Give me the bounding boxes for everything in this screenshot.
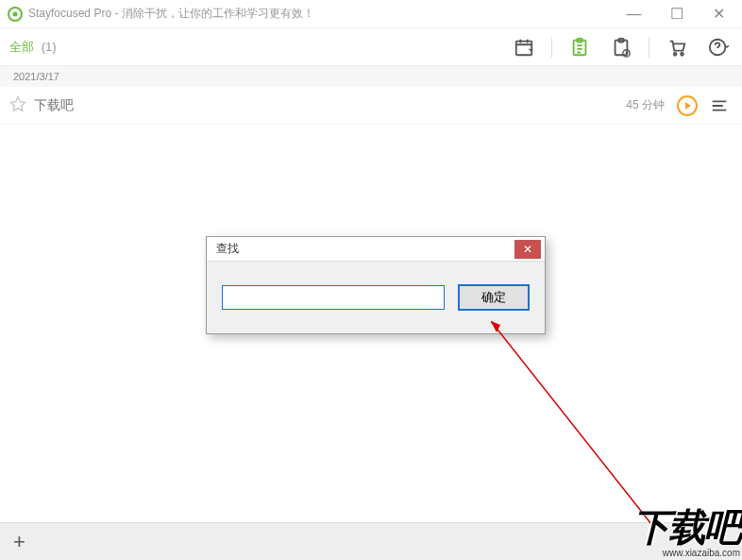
svg-line-12 <box>491 321 651 524</box>
minimize-button[interactable]: — <box>613 0 655 28</box>
maximize-button[interactable]: ☐ <box>655 0 698 28</box>
window-title: Stayfocused Pro - 消除干扰，让你的工作和学习更有效！ <box>28 6 314 22</box>
filter-all[interactable]: 全部 (1) <box>9 39 57 56</box>
filter-label: 全部 <box>9 40 34 54</box>
svg-point-9 <box>681 52 683 55</box>
play-button[interactable] <box>674 93 700 119</box>
clipboard-icon[interactable] <box>565 33 594 61</box>
history-icon[interactable] <box>607 33 635 61</box>
more-options-icon[interactable] <box>706 93 733 119</box>
ok-button[interactable]: 确定 <box>458 284 530 311</box>
dialog-title: 查找 <box>216 241 239 257</box>
toolbar-divider <box>649 37 649 58</box>
date-header: 2021/3/17 <box>13 71 59 82</box>
star-icon[interactable] <box>9 95 26 116</box>
calendar-icon[interactable] <box>510 33 538 61</box>
task-duration: 45 分钟 <box>626 97 665 113</box>
find-dialog: 查找 ✕ 确定 <box>206 236 546 334</box>
help-icon[interactable] <box>704 33 733 61</box>
task-row[interactable]: 下载吧 45 分钟 <box>0 87 742 125</box>
close-button[interactable]: ✕ <box>698 0 740 28</box>
svg-rect-2 <box>516 41 532 55</box>
find-input[interactable] <box>222 285 445 310</box>
add-button[interactable]: + <box>13 530 25 554</box>
dialog-close-button[interactable]: ✕ <box>514 240 541 259</box>
svg-point-1 <box>13 11 18 16</box>
task-name: 下载吧 <box>34 97 74 114</box>
annotation-arrow <box>491 321 736 538</box>
cart-icon[interactable] <box>663 33 691 61</box>
app-icon <box>8 7 23 22</box>
filter-count: (1) <box>42 40 57 54</box>
toolbar-divider <box>551 37 552 58</box>
svg-point-8 <box>674 52 677 55</box>
